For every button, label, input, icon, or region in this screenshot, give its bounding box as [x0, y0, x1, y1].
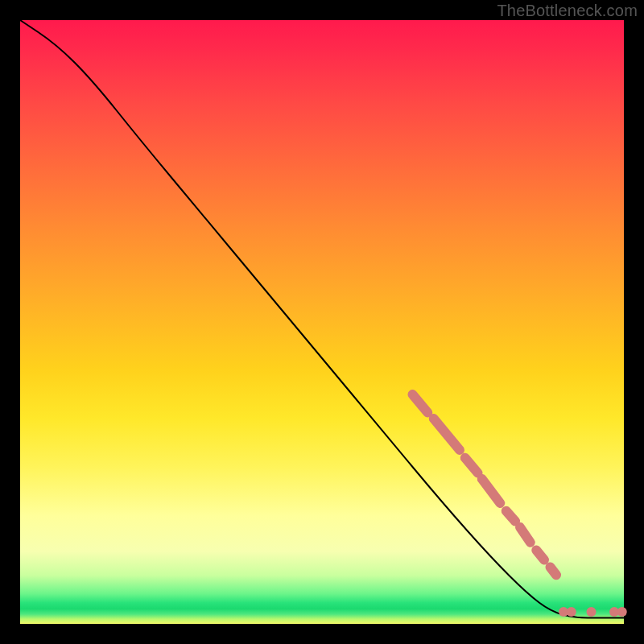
- highlight-dot: [617, 607, 627, 617]
- highlight-segment: [536, 551, 544, 560]
- highlight-segment: [465, 458, 478, 473]
- highlight-segment: [482, 479, 501, 503]
- highlight-dot: [587, 607, 597, 617]
- chart-frame: TheBottleneck.com: [0, 0, 644, 644]
- highlight-segment: [506, 511, 515, 522]
- highlight-segment: [520, 527, 530, 543]
- highlight-segment: [434, 419, 460, 450]
- watermark-label: TheBottleneck.com: [497, 2, 638, 20]
- bottleneck-curve: [20, 20, 624, 618]
- highlight-segment: [413, 394, 428, 413]
- overlay-svg: [20, 20, 624, 624]
- highlight-dot: [567, 607, 576, 617]
- highlight-segment: [551, 568, 557, 576]
- plot-area: [20, 20, 624, 624]
